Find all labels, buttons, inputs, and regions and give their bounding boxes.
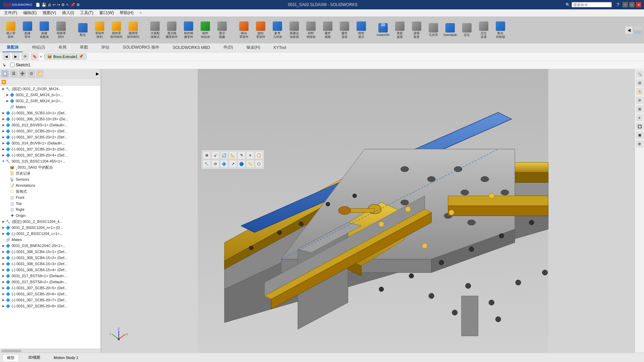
arrow-2[interactable]: ▶ bbox=[5, 93, 9, 97]
scroll-thumb[interactable] bbox=[1, 350, 21, 352]
tree-item-36[interactable]: ▶ 🔷 (-) 0031_307_SCB5-20<7> (Def... bbox=[0, 297, 100, 303]
arrow-31[interactable]: ▶ bbox=[1, 268, 5, 272]
arrow-8[interactable]: ▶ bbox=[1, 129, 5, 133]
float-btn-11[interactable]: ↗ bbox=[229, 160, 237, 168]
help-icon[interactable]: ? bbox=[614, 2, 621, 7]
replace-component-btn[interactable]: 替换零部件 bbox=[53, 19, 69, 41]
tree-item-right[interactable]: ◫ Right bbox=[0, 206, 100, 213]
float-btn-7[interactable]: 📋 bbox=[255, 151, 263, 159]
menu-file[interactable]: 文件(F) bbox=[1, 9, 20, 16]
float-btn-3[interactable]: 🔄 bbox=[220, 151, 228, 159]
explode-line-btn[interactable]: 爆炸直线 bbox=[336, 19, 353, 41]
panel-tab-folder[interactable]: 📁 bbox=[36, 70, 44, 77]
tab-sw-addins[interactable]: SOLIDWORKS 插件 bbox=[119, 43, 163, 52]
arrow-23[interactable]: ▶ bbox=[1, 220, 5, 223]
tab-parts[interactable]: 件(D) bbox=[219, 43, 237, 52]
arrow-30[interactable]: ▶ bbox=[1, 262, 5, 265]
tree-item-24[interactable]: ▶ 🔷 0031_Z_BSSC1204_n<1> (D... bbox=[0, 225, 100, 231]
float-btn-8[interactable]: 🔧 bbox=[203, 160, 211, 168]
pattern-btn[interactable]: 零部件阵列 bbox=[92, 19, 108, 41]
show-hide-btn[interactable]: 显示隐藏零部件 bbox=[164, 19, 180, 41]
arrow-7[interactable]: ▶ bbox=[1, 123, 5, 127]
position-btn[interactable]: 定位 bbox=[459, 19, 475, 41]
search-area[interactable]: 🔍 bbox=[566, 2, 612, 7]
speedpak-btn[interactable]: Speedpak bbox=[442, 19, 458, 41]
tree-item-12[interactable]: ▶ 🔷 (-) 0031_307_SCB5-20<4> (Def... bbox=[0, 152, 100, 158]
menu-insert[interactable]: 插入(I) bbox=[59, 9, 76, 16]
bottom-tab-model[interactable]: 模型 bbox=[3, 354, 19, 361]
mate-btn[interactable]: 配合 bbox=[75, 19, 91, 41]
tree-item-14[interactable]: 📦 _0031_SA02 中的配合 bbox=[0, 164, 100, 170]
menu-help[interactable]: 帮助(H) bbox=[117, 9, 136, 16]
float-btn-12[interactable]: 🔵 bbox=[237, 160, 246, 168]
tree-item-32[interactable]: ▶ 🔷 0031_017_BSTS8<1> (Default<... bbox=[0, 273, 100, 279]
tab-layout[interactable]: 布局 bbox=[54, 43, 70, 52]
display-btn[interactable]: 显示隐藏 bbox=[214, 19, 230, 41]
circular-pattern-btn[interactable]: 圆周零部件阵列 bbox=[125, 19, 141, 41]
bom-btn[interactable]: 材料明细表 bbox=[303, 19, 319, 41]
float-btn-4[interactable]: 📐 bbox=[229, 151, 237, 159]
hole-align-btn[interactable]: 孔对齐 bbox=[425, 19, 441, 41]
menu-tools[interactable]: 工具(T) bbox=[77, 9, 96, 16]
float-btn-9[interactable]: ⟳ bbox=[211, 160, 219, 168]
tree-item-27[interactable]: ▶ 🔷 0031_016_BNFA1204C-20<1>... bbox=[0, 243, 100, 249]
arrow-33[interactable]: ▶ bbox=[1, 280, 5, 284]
model-display-btn[interactable]: 模型显示 bbox=[353, 19, 369, 41]
insert-component-btn[interactable]: 插入零部件 bbox=[3, 19, 19, 41]
linear-pattern-btn[interactable]: 线性零部件阵列 bbox=[108, 19, 124, 41]
arrow-9[interactable]: ▶ bbox=[1, 135, 5, 139]
close-button[interactable]: ✕ bbox=[636, 2, 641, 7]
panel-tab-tree[interactable]: 📋 bbox=[1, 70, 9, 77]
tree-item-18[interactable]: ⬡ 装饰式 bbox=[0, 188, 100, 194]
tab-sheet-metal[interactable]: 钣金(H) bbox=[243, 43, 264, 52]
tree-item-28[interactable]: ▶ 🔷 (-) 0031_308_SCB4-15<1> (Def... bbox=[0, 249, 100, 255]
float-btn-1[interactable]: ⊕ bbox=[203, 151, 211, 159]
ref-geometry-btn[interactable]: 参考几何体 bbox=[269, 19, 285, 41]
tree-item-front[interactable]: ◫ Front bbox=[0, 194, 100, 200]
float-btn-10[interactable]: 🔷 bbox=[220, 160, 228, 168]
tab-evaluate[interactable]: 评估 bbox=[97, 43, 113, 52]
rp-settings[interactable]: ⚙ bbox=[636, 140, 643, 147]
position-settings-btn[interactable]: 定位设置 bbox=[476, 19, 492, 41]
menu-window[interactable]: 窗口(W) bbox=[97, 9, 116, 16]
tree-item-25[interactable]: ▶ 🔷 (-) 0031_Z_BSSC1204_c<1>... bbox=[0, 231, 100, 237]
expand-left-btn[interactable]: ◀ bbox=[625, 26, 633, 34]
rp-zoom-out[interactable]: ⊟ bbox=[636, 79, 643, 86]
arrow-25[interactable]: ▶ bbox=[1, 232, 5, 235]
nav-bookmark-btn[interactable]: 🔖 bbox=[31, 53, 38, 60]
float-btn-2[interactable]: ↙ bbox=[211, 151, 219, 159]
arrow-35[interactable]: ▶ bbox=[1, 292, 5, 296]
tree-item-37[interactable]: ▶ 🔷 (-) 0031_307_SCB5-20<8> (Def... bbox=[0, 303, 100, 309]
search-input[interactable] bbox=[572, 2, 612, 7]
mirror-btn[interactable]: 制作镜像零件 bbox=[180, 19, 197, 41]
arrow-1[interactable]: ▶ bbox=[1, 87, 5, 90]
panel-tab-add[interactable]: ➕ bbox=[19, 70, 26, 77]
arrow-27[interactable]: ▶ bbox=[1, 244, 5, 247]
tree-item-3[interactable]: ▶ 🔷 0031_Z_SVR_MX24_b<2>... bbox=[0, 98, 100, 104]
tab-sw-mbd[interactable]: SOLIDWORKS MBD bbox=[169, 44, 214, 52]
rp-display-mode[interactable]: ≡ bbox=[636, 114, 643, 121]
tree-item-15[interactable]: 📜 历史记录 bbox=[0, 170, 100, 176]
tree-item-33[interactable]: ▶ 🔷 0031_017_BSTS8<2> (Default<... bbox=[0, 279, 100, 285]
rotate-btn[interactable]: 旋转零部件 bbox=[253, 19, 269, 41]
tab-sketch[interactable]: 草图 bbox=[76, 43, 92, 52]
arrow-10[interactable]: ▶ bbox=[1, 141, 5, 145]
tree-item-8[interactable]: ▶ 🔷 (-) 0031_307_SCB5-20<1> (Def... bbox=[0, 128, 100, 134]
float-btn-6[interactable]: ≡ bbox=[246, 151, 254, 159]
arrow-29[interactable]: ▶ bbox=[1, 256, 5, 259]
draft-btn[interactable]: 拔模检查 bbox=[409, 19, 425, 41]
menu-edit[interactable]: 编辑(E) bbox=[20, 9, 39, 16]
arrow-13[interactable]: ▼ bbox=[1, 160, 5, 163]
nav-fwd-btn[interactable]: ▶ bbox=[12, 53, 19, 60]
arrow-32[interactable]: ▶ bbox=[1, 274, 5, 278]
large-assembly-btn[interactable]: 大装配体模式 bbox=[147, 19, 163, 41]
tab-features[interactable]: 特征(J) bbox=[28, 43, 49, 52]
new-part-btn[interactable]: 新建零件 bbox=[19, 19, 36, 41]
tab-kytool[interactable]: KYTool bbox=[269, 44, 290, 52]
tree-item-34[interactable]: ▶ 🔷 (-) 0031_307_SCB5-20<5> (Def... bbox=[0, 285, 100, 291]
tree-item-5[interactable]: ▶ 🔷 (-) 0031_306_SCB3-10<1> (Def... bbox=[0, 110, 100, 116]
horizontal-scrollbar[interactable] bbox=[0, 349, 100, 353]
tree-item-origin[interactable]: ✚ Origin bbox=[0, 213, 100, 219]
nav-back-btn[interactable]: ◀ bbox=[3, 53, 10, 60]
rp-section[interactable]: 🔲 bbox=[636, 123, 643, 130]
